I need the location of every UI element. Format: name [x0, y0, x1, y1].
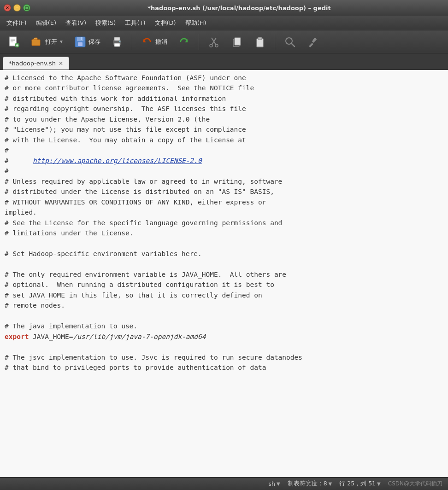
svg-rect-10: [78, 42, 83, 46]
tab-close-icon[interactable]: ✕: [59, 60, 63, 67]
cut-icon: [207, 35, 220, 48]
undo-icon: [141, 35, 153, 48]
paste-button[interactable]: [250, 34, 270, 50]
open-button[interactable]: 打开 ▼: [27, 34, 67, 50]
menubar: 文件(F) 编辑(E) 查看(V) 搜索(S) 工具(T) 文档(D) 帮助(H…: [0, 16, 448, 30]
menu-file[interactable]: 文件(F): [2, 17, 31, 29]
editor-content[interactable]: # Licensed to the Apache Software Founda…: [0, 70, 448, 477]
close-button[interactable]: ✕: [4, 4, 11, 12]
menu-view[interactable]: 查看(V): [61, 17, 91, 29]
redo-icon: [177, 35, 190, 48]
open-icon: [30, 35, 43, 48]
language-selector[interactable]: sh ▼: [269, 480, 280, 487]
language-label: sh: [269, 480, 275, 487]
search-button[interactable]: [280, 34, 300, 50]
toolbar: 打开 ▼ 保存: [0, 30, 448, 53]
tab-width-label: 制表符宽度：8: [288, 480, 327, 488]
titlebar: ✕ − □ *hadoop-env.sh (/usr/local/hadoop/…: [0, 0, 448, 16]
position-label: 行 25，列 51: [339, 480, 376, 488]
tools-button[interactable]: [303, 34, 323, 50]
menu-documents[interactable]: 文档(D): [150, 17, 181, 29]
new-icon: [7, 35, 20, 48]
separator-2: [199, 34, 199, 50]
wrench-icon: [307, 35, 319, 48]
open-label: 打开: [45, 38, 57, 46]
tabbar: *hadoop-env.sh ✕: [0, 53, 448, 70]
tab-dropdown-icon: ▼: [329, 481, 332, 486]
copy-icon: [230, 35, 243, 48]
save-button[interactable]: 保存: [70, 34, 104, 50]
svg-rect-14: [114, 43, 120, 47]
print-button[interactable]: [107, 34, 127, 50]
save-label: 保存: [88, 38, 100, 46]
svg-rect-9: [77, 37, 83, 41]
window-title: *hadoop-env.sh (/usr/local/hadoop/etc/ha…: [34, 5, 444, 12]
undo-label: 撤消: [155, 38, 167, 46]
maximize-button[interactable]: □: [23, 4, 30, 12]
print-icon: [111, 35, 124, 48]
new-button[interactable]: [4, 34, 24, 50]
lang-dropdown-icon: ▼: [277, 481, 280, 486]
tab-hadoop-env[interactable]: *hadoop-env.sh ✕: [3, 57, 69, 70]
svg-rect-23: [235, 38, 241, 45]
menu-help[interactable]: 帮助(H): [181, 17, 211, 29]
menu-tools[interactable]: 工具(T): [120, 17, 150, 29]
tab-width-selector[interactable]: 制表符宽度：8 ▼: [288, 480, 332, 488]
cut-button[interactable]: [204, 34, 224, 50]
separator-3: [275, 34, 275, 50]
svg-rect-28: [309, 43, 313, 47]
tab-label: *hadoop-env.sh: [9, 60, 56, 67]
undo-button[interactable]: 撤消: [137, 34, 171, 50]
watermark: CSDN@大学代码插刀: [388, 480, 442, 488]
menu-search[interactable]: 搜索(S): [91, 17, 120, 29]
svg-rect-13: [114, 37, 120, 41]
minimize-button[interactable]: −: [13, 4, 21, 12]
svg-point-21: [215, 44, 218, 47]
copy-button[interactable]: [227, 34, 247, 50]
search-icon: [283, 35, 296, 48]
export-keyword: export: [5, 333, 29, 340]
cursor-position[interactable]: 行 25，列 51 ▼: [339, 480, 380, 488]
svg-rect-7: [32, 40, 40, 46]
license-link[interactable]: http://www.apache.org/licenses/LICENSE-2…: [33, 157, 202, 164]
window-controls: ✕ − □: [4, 4, 30, 12]
svg-point-20: [210, 44, 212, 47]
separator-1: [132, 34, 132, 50]
code-comment: # Licensed to the Apache Software Founda…: [5, 74, 286, 330]
statusbar: sh ▼ 制表符宽度：8 ▼ 行 25，列 51 ▼ CSDN@大学代码插刀: [0, 477, 448, 490]
open-dropdown-icon[interactable]: ▼: [59, 39, 64, 44]
menu-edit[interactable]: 编辑(E): [31, 17, 61, 29]
save-icon: [74, 35, 87, 48]
pos-dropdown-icon: ▼: [377, 481, 381, 486]
svg-line-27: [291, 43, 295, 47]
paste-icon: [253, 35, 266, 48]
svg-rect-11: [81, 37, 82, 40]
svg-rect-24: [257, 39, 263, 47]
code-variable: JAVA_HOME=/usr/lib/jvm/java-7-openjdk-am…: [5, 333, 302, 371]
redo-button[interactable]: [174, 34, 194, 50]
svg-point-15: [119, 41, 120, 42]
svg-rect-25: [258, 37, 262, 40]
